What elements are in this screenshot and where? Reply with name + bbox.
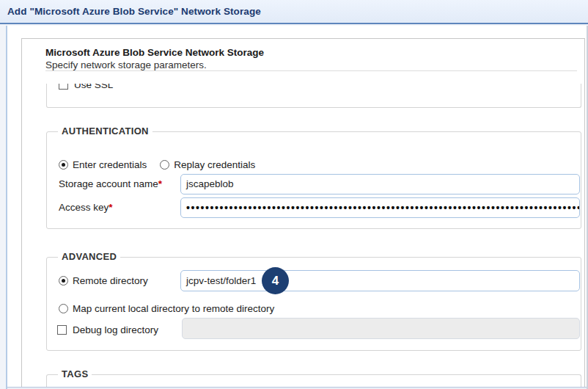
storage-account-label: Storage account name*	[59, 174, 162, 194]
remote-directory-label: Remote directory	[73, 275, 148, 286]
enter-credentials-label: Enter credentials	[73, 159, 147, 170]
callout-badge: 4	[262, 267, 289, 294]
access-key-input[interactable]: ••••••••••••••••••••••••••••••••••••••••…	[180, 197, 580, 218]
debug-log-directory-input	[182, 318, 580, 339]
clipped-previous-fieldset: Use SSL	[46, 84, 581, 108]
content-panel: Microsoft Azure Blob Service Network Sto…	[21, 38, 585, 389]
debug-log-checkbox[interactable]	[57, 325, 67, 335]
use-ssl-checkbox[interactable]	[59, 84, 68, 90]
dialog-title: Add "Microsoft Azure Blob Service" Netwo…	[7, 6, 261, 17]
remote-directory-option[interactable]: Remote directory	[59, 275, 148, 286]
dialog-window: Add "Microsoft Azure Blob Service" Netwo…	[0, 0, 588, 389]
required-asterisk: *	[158, 178, 162, 189]
debug-log-option[interactable]: Debug log directory	[57, 324, 158, 335]
map-local-directory-option[interactable]: Map current local directory to remote di…	[59, 303, 274, 314]
storage-account-input[interactable]: jscapeblob	[180, 174, 580, 194]
dialog-titlebar: Add "Microsoft Azure Blob Service" Netwo…	[0, 0, 588, 24]
map-local-directory-label: Map current local directory to remote di…	[73, 303, 274, 314]
access-key-label: Access key*	[59, 197, 113, 218]
replay-credentials-radio[interactable]	[160, 160, 169, 170]
authentication-fieldset: AUTHENTICATION Enter credentials Replay …	[46, 131, 581, 229]
authentication-legend: AUTHENTICATION	[58, 126, 152, 137]
dialog-body: Microsoft Azure Blob Service Network Sto…	[6, 26, 588, 389]
replay-credentials-option[interactable]: Replay credentials	[160, 159, 255, 170]
credentials-radio-row: Enter credentials Replay credentials	[59, 159, 255, 170]
enter-credentials-radio[interactable]	[59, 160, 68, 170]
page-title: Microsoft Azure Blob Service Network Sto…	[45, 47, 264, 58]
debug-log-label: Debug log directory	[73, 324, 158, 335]
enter-credentials-option[interactable]: Enter credentials	[59, 159, 147, 170]
remote-directory-radio[interactable]	[59, 276, 68, 286]
page-subtitle: Specify network storage parameters.	[45, 59, 207, 70]
header-separator	[45, 70, 577, 71]
required-asterisk: *	[109, 202, 112, 213]
remote-directory-input[interactable]: jcpv-test/folder1	[180, 270, 580, 291]
use-ssl-label: Use SSL	[74, 84, 113, 90]
replay-credentials-label: Replay credentials	[174, 159, 255, 170]
advanced-legend: ADVANCED	[58, 251, 120, 262]
use-ssl-row: Use SSL	[59, 84, 113, 90]
map-local-directory-radio[interactable]	[59, 304, 68, 313]
advanced-fieldset: ADVANCED Remote directory jcpv-test/fold…	[46, 257, 581, 351]
tags-legend: TAGS	[58, 368, 92, 379]
